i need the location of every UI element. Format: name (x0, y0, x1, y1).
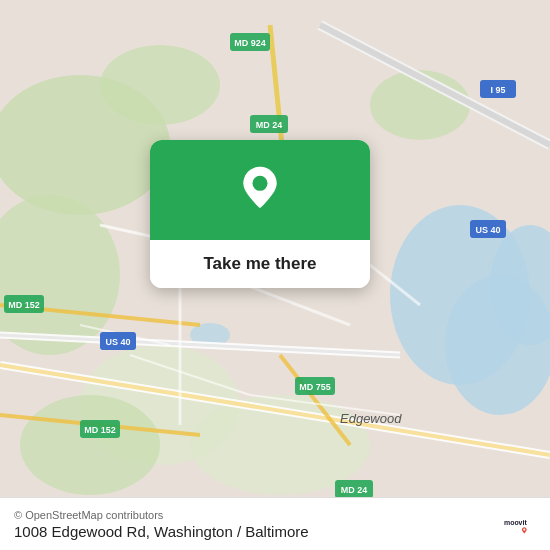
svg-text:MD 924: MD 924 (234, 38, 266, 48)
svg-point-50 (253, 176, 268, 191)
svg-text:MD 24: MD 24 (341, 485, 368, 495)
cta-card-header (150, 140, 370, 240)
svg-text:MD 152: MD 152 (84, 425, 116, 435)
take-me-there-button[interactable]: Take me there (150, 240, 370, 288)
svg-text:I 95: I 95 (490, 85, 505, 95)
svg-text:Edgewood: Edgewood (340, 411, 402, 426)
svg-text:MD 24: MD 24 (256, 120, 283, 130)
moovit-logo-icon: moovit (504, 508, 536, 540)
bottom-left-info: © OpenStreetMap contributors 1008 Edgewo… (14, 509, 309, 540)
svg-text:moovit: moovit (504, 519, 527, 526)
svg-text:MD 152: MD 152 (8, 300, 40, 310)
map-container: I 95 US 40 MD 924 MD 24 MD 152 MD 152 US… (0, 0, 550, 550)
moovit-logo: moovit (504, 508, 536, 540)
svg-text:MD 755: MD 755 (299, 382, 331, 392)
cta-card: Take me there (150, 140, 370, 288)
location-pin-icon (235, 165, 285, 215)
bottom-bar: © OpenStreetMap contributors 1008 Edgewo… (0, 497, 550, 550)
address-text: 1008 Edgewood Rd, Washington / Baltimore (14, 523, 309, 540)
copyright-text: © OpenStreetMap contributors (14, 509, 309, 521)
svg-point-52 (523, 529, 525, 531)
svg-point-7 (20, 395, 160, 495)
svg-text:US 40: US 40 (105, 337, 130, 347)
svg-point-3 (100, 45, 220, 125)
svg-text:US 40: US 40 (475, 225, 500, 235)
